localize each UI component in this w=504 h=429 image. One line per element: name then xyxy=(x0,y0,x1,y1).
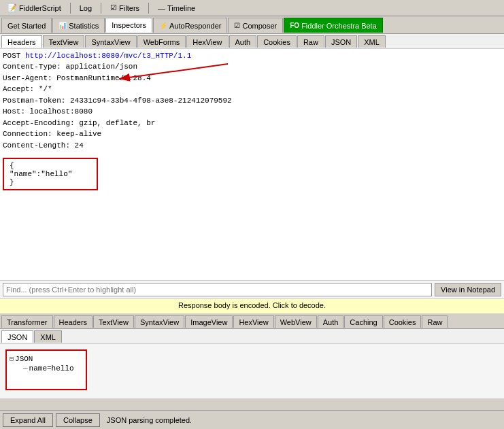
resp-tab-hexview[interactable]: HexView xyxy=(233,315,273,328)
req-tab-xml[interactable]: XML xyxy=(358,35,386,48)
collapse-button[interactable]: Collapse xyxy=(56,413,100,427)
header-line-4: Host: localhost:8080 xyxy=(3,106,501,118)
req-tab-auth[interactable]: Auth xyxy=(229,35,257,48)
top-toolbar: 📝 FiddlerScript Log ☑ Filters — Timeline xyxy=(0,0,504,16)
tab-fiddlerorchestra[interactable]: FO Fiddler Orchestra Beta xyxy=(284,18,383,33)
check-icon: ☑ xyxy=(110,3,117,12)
tab-timeline[interactable]: — Timeline xyxy=(152,1,201,15)
request-tabs: Headers TextView SyntaxView WebForms Hex… xyxy=(0,34,504,49)
header-line-5: Accept-Encoding: gzip, deflate, br xyxy=(3,118,501,129)
request-content-area: POST http://localhost:8080/mvc/t3_HTTP/1… xyxy=(0,49,504,280)
req-tab-json[interactable]: JSON xyxy=(325,35,357,48)
body-line-1: "name":"hello" xyxy=(10,170,91,178)
resp-tab-textview[interactable]: TextView xyxy=(93,315,134,328)
bottom-bar: Expand All Collapse JSON parsing complet… xyxy=(0,410,504,429)
resp-tab-webview[interactable]: WebView xyxy=(275,315,317,328)
json-subtab-json[interactable]: JSON xyxy=(1,330,33,343)
dash-icon: — xyxy=(23,364,28,373)
req-tab-syntaxview[interactable]: SyntaxView xyxy=(85,35,136,48)
json-subtab-xml[interactable]: XML xyxy=(34,330,62,343)
lightning-icon: ⚡ xyxy=(159,22,167,29)
divider2 xyxy=(101,3,101,14)
resp-tab-syntaxview[interactable]: SyntaxView xyxy=(135,315,184,328)
divider xyxy=(70,3,71,14)
header-line-7: Content-Length: 24 xyxy=(3,140,501,152)
resp-tab-auth[interactable]: Auth xyxy=(318,315,344,328)
req-tab-webforms[interactable]: WebForms xyxy=(137,35,186,48)
expand-icon: ⊟ xyxy=(10,355,14,363)
resp-tab-headers[interactable]: Headers xyxy=(54,315,93,328)
view-in-notepad-button[interactable]: View in Notepad xyxy=(435,283,501,296)
divider3 xyxy=(148,3,149,14)
fo-badge: FO xyxy=(290,22,299,29)
json-tree-box: ⊟ JSON — name=hello xyxy=(5,349,87,390)
expand-all-button[interactable]: Expand All xyxy=(3,413,53,427)
request-url-line: POST http://localhost:8080/mvc/t3_HTTP/1… xyxy=(3,52,501,60)
tab-composer[interactable]: ☑ Composer xyxy=(228,18,283,33)
request-json-body: { "name":"hello" } xyxy=(3,158,98,190)
req-tab-textview[interactable]: TextView xyxy=(43,35,85,48)
tab-filters[interactable]: ☑ Filters xyxy=(104,1,146,15)
req-tab-cookies[interactable]: Cookies xyxy=(257,35,297,48)
composer-icon: ☑ xyxy=(234,22,240,29)
header-line-3: Postman-Token: 24331c94-33b4-4f98-a3e8-2… xyxy=(3,95,501,107)
req-tab-headers[interactable]: Headers xyxy=(1,35,42,48)
statistics-icon: 📊 xyxy=(58,22,67,29)
script-icon: 📝 xyxy=(7,3,17,12)
tab-getstarted[interactable]: Get Started xyxy=(1,18,52,33)
main-tabs: Get Started 📊 Statistics Inspectors ⚡ Au… xyxy=(0,16,504,34)
json-root-label: JSON xyxy=(15,355,33,363)
header-line-1: User-Agent: PostmanRuntime/7.28.4 xyxy=(3,73,501,84)
tab-log[interactable]: Log xyxy=(73,1,98,15)
json-child-value: name=hello xyxy=(29,364,74,373)
json-child-item: — name=hello xyxy=(23,364,83,373)
find-input[interactable] xyxy=(3,283,432,296)
json-sub-tabs: JSON XML xyxy=(0,329,504,344)
header-line-2: Accept: */* xyxy=(3,84,501,95)
resp-tab-transformer[interactable]: Transformer xyxy=(1,315,53,328)
json-tree-area: ⊟ JSON — name=hello xyxy=(0,344,504,398)
req-tab-raw[interactable]: Raw xyxy=(297,35,324,48)
tab-autoresponder[interactable]: ⚡ AutoResponder xyxy=(153,18,227,33)
status-text: JSON parsing completed. xyxy=(107,416,192,424)
resp-tab-imageview[interactable]: ImageView xyxy=(185,315,233,328)
tab-fiddlerscript[interactable]: 📝 FiddlerScript xyxy=(1,1,67,15)
tab-statistics[interactable]: 📊 Statistics xyxy=(52,18,105,33)
timeline-icon: — xyxy=(158,4,165,12)
tab-inspectors[interactable]: Inspectors xyxy=(105,18,152,33)
request-method: POST xyxy=(3,52,20,60)
request-body: POST http://localhost:8080/mvc/t3_HTTP/1… xyxy=(0,49,504,280)
resp-tab-cookies[interactable]: Cookies xyxy=(384,315,422,328)
req-tab-hexview[interactable]: HexView xyxy=(186,35,228,48)
resp-tab-caching[interactable]: Caching xyxy=(344,315,382,328)
find-bar: View in Notepad xyxy=(0,280,504,299)
request-url[interactable]: http://localhost:8080/mvc/t3_HTTP/1.1 xyxy=(25,52,191,60)
encoded-notice[interactable]: Response body is encoded. Click to decod… xyxy=(0,299,504,314)
body-line-2: } xyxy=(10,178,91,186)
body-line-0: { xyxy=(10,162,91,170)
resp-tab-raw[interactable]: Raw xyxy=(422,315,448,328)
header-line-6: Connection: keep-alive xyxy=(3,128,501,140)
header-line-0: Content-Type: application/json xyxy=(3,61,501,73)
json-root-item: ⊟ JSON xyxy=(10,355,83,363)
response-tabs: Transformer Headers TextView SyntaxView … xyxy=(0,314,504,329)
